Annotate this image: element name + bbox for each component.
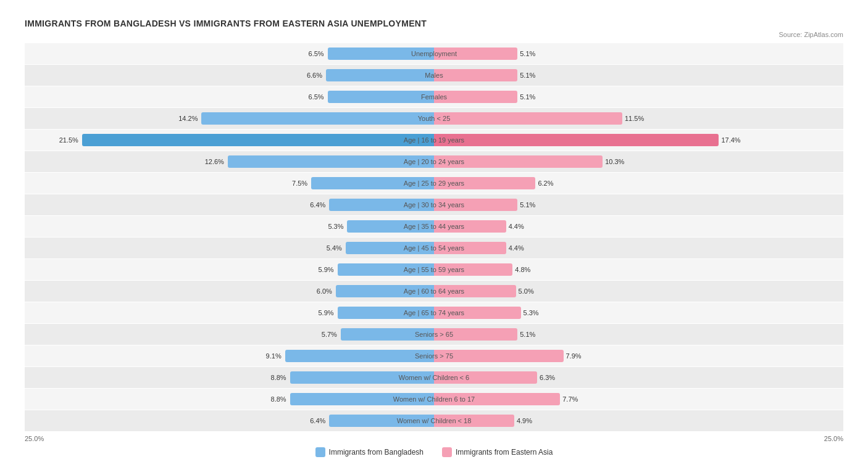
chart-row: 6.6% Males 5.1% (25, 65, 843, 86)
axis-left: 25.0% (25, 435, 44, 442)
chart-row: 9.1% Seniors > 75 7.9% (25, 345, 843, 366)
chart-row: 8.8% Women w/ Children 6 to 17 7.7% (25, 389, 843, 410)
chart-row: 12.6% Age | 20 to 24 years 10.3% (25, 151, 843, 172)
legend-pink: Immigrants from Eastern Asia (442, 447, 553, 457)
chart-row: 5.9% Age | 65 to 74 years 5.3% (25, 302, 843, 323)
chart-row: 7.5% Age | 25 to 29 years 6.2% (25, 173, 843, 194)
chart-row: 6.4% Age | 30 to 34 years 5.1% (25, 194, 843, 215)
chart-title: IMMIGRANTS FROM BANGLADESH VS IMMIGRANTS… (25, 19, 843, 28)
legend-pink-label: Immigrants from Eastern Asia (456, 448, 553, 457)
legend-blue-label: Immigrants from Bangladesh (329, 448, 424, 457)
chart-container: IMMIGRANTS FROM BANGLADESH VS IMMIGRANTS… (12, 12, 856, 467)
chart-row: 6.5% Females 5.1% (25, 86, 843, 107)
chart-row: 5.4% Age | 45 to 54 years 4.4% (25, 238, 843, 258)
chart-row: 8.8% Women w/ Children < 6 6.3% (25, 367, 843, 388)
chart-row: 6.4% Women w/ Children < 18 4.9% (25, 410, 843, 431)
chart-row: 6.5% Unemployment 5.1% (25, 43, 843, 64)
legend: Immigrants from Bangladesh Immigrants fr… (25, 447, 843, 457)
legend-blue-color (315, 447, 325, 457)
chart-row: 5.7% Seniors > 65 5.1% (25, 324, 843, 345)
axis-labels: 25.0% 25.0% (25, 435, 843, 442)
axis-right: 25.0% (824, 435, 843, 442)
chart-row: 5.3% Age | 35 to 44 years 4.4% (25, 216, 843, 237)
legend-blue: Immigrants from Bangladesh (315, 447, 424, 457)
chart-row: 6.0% Age | 60 to 64 years 5.0% (25, 281, 843, 302)
chart-row: 14.2% Youth < 25 11.5% (25, 108, 843, 129)
source-line: Source: ZipAtlas.com (25, 31, 843, 38)
chart-row: 5.9% Age | 55 to 59 years 4.8% (25, 259, 843, 280)
chart-row: 21.5% Age | 16 to 19 years 17.4% (25, 130, 843, 151)
legend-pink-color (442, 447, 452, 457)
chart-inner: 6.5% Unemployment 5.1% 6.6% Males 5.1% 6… (25, 43, 843, 431)
